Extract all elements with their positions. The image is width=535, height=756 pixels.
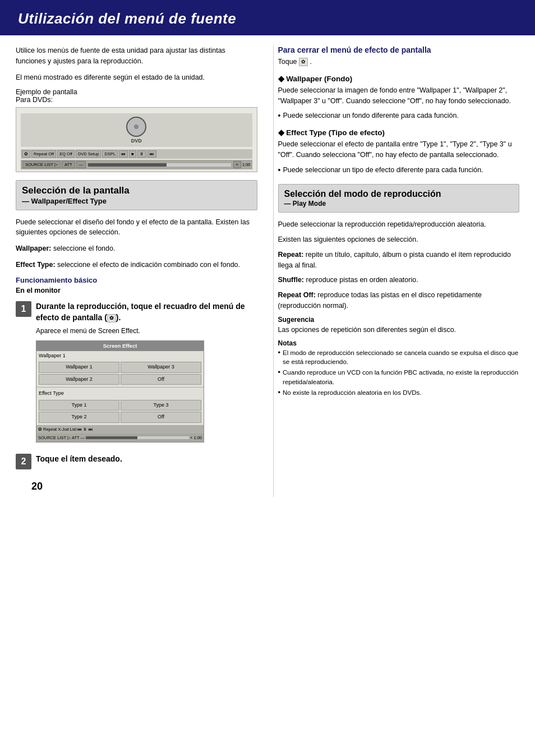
se-gear-icon: ✿ — [38, 426, 42, 432]
sugerencia-body: Las opciones de repetición son diferente… — [278, 325, 520, 335]
toolbar-stop: ■ — [129, 150, 136, 158]
se-toolbar: ✿ Repeat X-Jod List ⏮ ⏸ ⏭ — [36, 425, 204, 434]
se-type-off[interactable]: Off — [121, 412, 201, 423]
effect-type-desc-text: seleccione el efecto de indicación combi… — [57, 261, 240, 269]
se-type-3[interactable]: Type 3 — [121, 400, 201, 411]
repeat-desc-text: repite un título, capítulo, álbum o pist… — [278, 251, 511, 269]
dvd-label: DVD — [131, 138, 142, 144]
toolbar-dvd-setup: DVD Setup — [76, 150, 102, 158]
repeat-off-label: Repeat Off: — [278, 291, 316, 299]
selection-section-box: Selección de la pantalla — Wallpaper/Eff… — [16, 180, 257, 210]
step-1-content: Durante la reproducción, toque el recuad… — [36, 301, 257, 447]
se-plus: + — [190, 435, 192, 441]
toolbar-prev: ⏮ — [119, 150, 128, 158]
effect-heading: Effect Type (Tipo de efecto) — [278, 128, 520, 137]
intro-para-2: El menú mostrado es diferente según el e… — [16, 72, 257, 83]
basic-heading: Funcionamiento básico — [16, 276, 257, 284]
shuffle-label: Shuffle: — [278, 276, 305, 284]
se-effect-grid: Type 1 Type 3 Type 2 Off — [36, 399, 204, 424]
example-label: Ejemplo de pantalla Para DVDs: — [16, 88, 257, 104]
selection-subtitle: — Wallpaper/Effect Type — [22, 197, 107, 205]
se-wallpaper-2[interactable]: Wallpaper 2 — [39, 374, 119, 385]
se-wallpaper-grid: Wallpaper 1 Wallpaper 3 Wallpaper 2 Off — [36, 361, 204, 386]
se-repeat: Repeat — [43, 426, 57, 432]
wallpaper-desc: Wallpaper: seleccione el fondo. — [16, 243, 257, 254]
progress-bar — [88, 163, 230, 167]
se-xjod: X-Jod — [58, 426, 69, 432]
se-wallpaper-off[interactable]: Off — [121, 374, 201, 385]
close-body: Toque ✿ . — [278, 57, 520, 67]
se-time: 1:00 — [193, 435, 202, 441]
source-list-btn: SOURCE LIST ▷ — [22, 161, 61, 168]
wallpaper-body: Puede seleccionar la imagen de fondo ent… — [278, 85, 520, 107]
notas-label: Notas — [278, 339, 520, 347]
selection-body: Puede seleccionar el diseño del fondo y … — [16, 217, 257, 238]
mode-body-1: Puede seleccionar la reproducción repeti… — [278, 219, 520, 230]
mode-body-2: Existen las siguientes opciones de selec… — [278, 234, 520, 245]
se-wallpaper-label: Wallpaper 1 — [36, 351, 204, 361]
wallpaper-heading: Wallpaper (Fondo) — [278, 74, 520, 83]
intro-para-1: Utilice los menús de fuente de esta unid… — [16, 45, 257, 67]
screen-effect-mockup: Screen Effect Wallpaper 1 Wallpaper 1 Wa… — [36, 340, 204, 443]
wallpaper-desc-text: seleccione el fondo. — [53, 245, 116, 252]
page-header: Utilización del menú de fuente — [0, 0, 535, 35]
se-next: ⏭ — [89, 426, 93, 432]
se-title: Screen Effect — [36, 341, 204, 351]
toolbar-gear-icon: ✿ — [22, 150, 30, 158]
page-number: 20 — [16, 476, 257, 497]
time-display: 1:00 — [242, 162, 251, 167]
dvd-screen-mockup: DVD ✿ Repeat Off EQ Off DVD Setup DSPL ⏮… — [16, 107, 257, 172]
att-btn: ATT — [62, 161, 75, 168]
plus-btn: + — [233, 161, 241, 168]
minus-btn: — — [76, 161, 86, 168]
left-column: Utilice los menús de fuente de esta unid… — [16, 45, 273, 497]
sugerencia-label: Sugerencia — [278, 316, 520, 324]
se-wallpaper-3[interactable]: Wallpaper 3 — [121, 362, 201, 373]
se-minus: — — [81, 435, 85, 441]
progress-bar-fill — [88, 163, 167, 167]
repeat-off-desc: Repeat Off: reproduce todas las pistas e… — [278, 290, 520, 311]
page-title: Utilización del menú de fuente — [18, 10, 517, 27]
step-1-sub: Aparece el menú de Screen Effect. — [36, 326, 257, 336]
dvd-toolbar: ✿ Repeat Off EQ Off DVD Setup DSPL ⏮ ■ ⏸… — [21, 149, 252, 159]
se-pause: ⏸ — [83, 426, 87, 432]
right-column: Para cerrar el menú de efecto de pantall… — [273, 45, 520, 497]
se-progress — [86, 436, 189, 439]
effect-type-desc: Effect Type: seleccione el efecto de ind… — [16, 260, 257, 270]
wallpaper-bullet: Puede seleccionar un fondo diferente par… — [278, 110, 520, 121]
dvd-screen-inner: DVD — [21, 113, 252, 147]
repeat-desc: Repeat: repite un título, capítulo, álbu… — [278, 250, 520, 271]
close-icon: ✿ — [299, 58, 308, 67]
main-content: Utilice los menús de fuente de esta unid… — [0, 35, 535, 507]
toolbar-eq-off: EQ Off — [57, 150, 75, 158]
nota-3: No existe la reproducción aleatoria en l… — [278, 388, 520, 398]
effect-type-icon: ✿ — [107, 314, 116, 322]
dvd-bottom-bar: SOURCE LIST ▷ ATT — + 1:00 — [21, 160, 252, 169]
step-2-content: Toque el ítem deseado. — [36, 454, 257, 465]
dvd-disc-inner — [134, 125, 139, 129]
step-2-block: 2 Toque el ítem deseado. — [16, 454, 257, 469]
shuffle-desc-text: reproduce pistas en orden aleatorio. — [306, 276, 418, 284]
toolbar-next: ⏭ — [147, 150, 156, 158]
effect-type-label: Effect Type: — [16, 261, 56, 269]
basic-sub: En el monitor — [16, 285, 257, 296]
se-wallpaper-1[interactable]: Wallpaper 1 — [39, 362, 119, 373]
se-type-1[interactable]: Type 1 — [39, 400, 119, 411]
step-1-block: 1 Durante la reproducción, toque el recu… — [16, 301, 257, 447]
se-type-2[interactable]: Type 2 — [39, 412, 119, 423]
se-progress-fill — [86, 436, 137, 439]
effect-body: Puede seleccionar el efecto de pantalla … — [278, 139, 520, 160]
nota-2: Cuando reproduce un VCD con la función P… — [278, 368, 520, 386]
toolbar-dspl: DSPL — [102, 150, 118, 158]
selection-title: Selección de la pantalla — [22, 185, 251, 196]
toolbar-repeat-off: Repeat Off — [31, 150, 56, 158]
toolbar-pause: ⏸ — [137, 150, 146, 158]
se-bottom-bar: SOURCE LIST ▷ ATT — + 1:00 — [36, 434, 204, 442]
repeat-label: Repeat: — [278, 251, 304, 259]
se-list: List — [70, 426, 77, 432]
shuffle-desc: Shuffle: reproduce pistas en orden aleat… — [278, 275, 520, 285]
dvd-disc — [126, 117, 146, 137]
se-effect-type-label: Effect Type — [36, 389, 204, 399]
effect-bullet: Puede seleccionar un tipo de efecto dife… — [278, 165, 520, 176]
se-att: ATT — [72, 435, 80, 441]
